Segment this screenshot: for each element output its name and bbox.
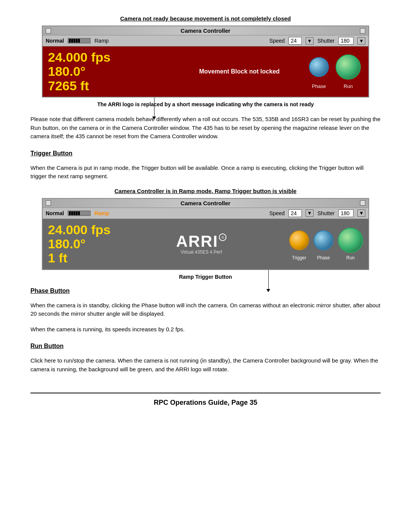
- run-label-1: Run: [336, 83, 361, 89]
- camera-window-1: Camera Controller Normal Ramp Speed 24 ▼…: [42, 26, 369, 97]
- titlebar-1: Camera Controller: [43, 26, 368, 35]
- titlebar-2: Camera Controller: [43, 199, 368, 208]
- angle-display-1: 180.0°: [48, 64, 172, 78]
- main-center-2: ARRI ® Virtual 435ES 4 Perf: [119, 219, 284, 269]
- phase-heading: Phase Button: [30, 288, 381, 294]
- movement-message: Movement Block not locked: [199, 68, 280, 75]
- trigger-heading: Trigger Button: [30, 150, 381, 157]
- shutter-value-2[interactable]: 180: [338, 209, 354, 217]
- btn-labels-2: Trigger Phase Run: [289, 255, 363, 260]
- section1-label: Camera not ready because movement is not…: [30, 15, 381, 22]
- fps-display-2: 24.000 fps: [48, 223, 113, 237]
- phase-body-2: When the camera is running, its speeds i…: [30, 325, 381, 334]
- window-title-2: Camera Controller: [51, 200, 360, 206]
- caption-container-1: The ARRI logo is replaced by a short mes…: [42, 97, 369, 107]
- toolbar-ramp-2[interactable]: Ramp: [94, 210, 109, 216]
- feet-display-1: 7265 ft: [48, 79, 172, 93]
- trigger-button[interactable]: [289, 230, 309, 250]
- shutter-dropdown-1[interactable]: ▼: [357, 37, 365, 45]
- buttons-row-2: [289, 228, 363, 253]
- trigger-label: Trigger: [289, 255, 309, 260]
- ramp-arrow-line: [268, 270, 269, 291]
- main-right-2: Trigger Phase Run: [284, 219, 368, 269]
- speed-value-2[interactable]: 24: [288, 209, 302, 217]
- toolbar-normal-2: Normal: [46, 210, 64, 216]
- window-title-1: Camera Controller: [51, 27, 360, 34]
- toolbar-slider-1[interactable]: [68, 38, 91, 43]
- angle-display-2: 180.0°: [48, 237, 113, 251]
- arri-logo: ARRI: [176, 233, 218, 249]
- ramp-mode-label: Camera Controller is in Ramp mode, Ramp …: [30, 188, 381, 194]
- main-center-1: Movement Block not locked: [177, 46, 301, 97]
- phase-label-2: Phase: [314, 255, 333, 260]
- toolbar-1: Normal Ramp Speed 24 ▼ Shutter 180 ▼: [43, 35, 368, 46]
- btn-labels-1: Phase Run: [309, 83, 361, 89]
- run-button-1[interactable]: [336, 54, 361, 80]
- main-right-1: Phase Run: [301, 46, 368, 97]
- close-btn-1[interactable]: [46, 28, 51, 34]
- body-paragraph-1: Please note that different camera models…: [30, 115, 381, 141]
- maximize-btn-1[interactable]: [360, 28, 365, 34]
- run-label-2: Run: [338, 255, 363, 260]
- main-left-1: 24.000 fps 180.0° 7265 ft: [43, 46, 177, 97]
- speed-label-2: Speed: [269, 210, 285, 216]
- toolbar-slider-2[interactable]: [68, 211, 91, 216]
- ramp-arrow-tip: [266, 289, 270, 292]
- main-display-1: 24.000 fps 180.0° 7265 ft Movement Block…: [43, 46, 368, 97]
- toolbar-ramp-1[interactable]: Ramp: [94, 38, 108, 44]
- phase-button-2[interactable]: [314, 230, 333, 250]
- ramp-caption-text: Ramp Trigger Button: [42, 270, 369, 280]
- speed-dropdown-2[interactable]: ▼: [306, 209, 314, 217]
- arrow-line-1: [154, 97, 155, 118]
- phase-button-1[interactable]: [309, 57, 329, 77]
- close-btn-2[interactable]: [46, 200, 51, 206]
- caption-text-1: The ARRI logo is replaced by a short mes…: [42, 97, 369, 107]
- speed-dropdown-1[interactable]: ▼: [306, 37, 314, 45]
- run-heading: Run Button: [30, 343, 381, 350]
- run-body: Click here to run/stop the camera. When …: [30, 356, 381, 374]
- shutter-dropdown-2[interactable]: ▼: [357, 209, 365, 217]
- footer-text: RPC Operations Guide, Page 35: [154, 399, 257, 406]
- trigger-body: When the Camera is put in ramp mode, the…: [30, 164, 381, 181]
- fps-display-1: 24.000 fps: [48, 50, 172, 64]
- camera-window-2: Camera Controller Normal Ramp Speed 24 ▼…: [42, 198, 369, 270]
- arrow-tip-1: [152, 117, 156, 120]
- phase-label-1: Phase: [309, 83, 329, 89]
- main-display-2: 24.000 fps 180.0° 1 ft ARRI ® Virtual 43…: [43, 219, 368, 269]
- arri-logo-container: ARRI ® Virtual 435ES 4 Perf: [176, 233, 227, 255]
- page-footer: RPC Operations Guide, Page 35: [30, 393, 381, 407]
- buttons-row-1: [309, 54, 361, 80]
- arri-badge: ®: [219, 233, 226, 241]
- shutter-value-1[interactable]: 180: [338, 37, 354, 45]
- arri-logo-sub: Virtual 435ES 4 Perf: [181, 249, 222, 255]
- main-left-2: 24.000 fps 180.0° 1 ft: [43, 219, 119, 269]
- speed-label-1: Speed: [269, 38, 285, 44]
- run-button-2[interactable]: [338, 228, 363, 253]
- feet-display-2: 1 ft: [48, 251, 113, 265]
- maximize-btn-2[interactable]: [360, 200, 365, 206]
- phase-body-1: When the camera is in standby, clicking …: [30, 301, 381, 318]
- speed-value-1[interactable]: 24: [288, 37, 302, 45]
- shutter-label-2: Shutter: [317, 210, 335, 216]
- toolbar-normal-1: Normal: [46, 38, 64, 44]
- ramp-caption-container: Ramp Trigger Button: [42, 270, 369, 280]
- shutter-label-1: Shutter: [317, 38, 335, 44]
- toolbar-2: Normal Ramp Speed 24 ▼ Shutter 180 ▼: [43, 208, 368, 219]
